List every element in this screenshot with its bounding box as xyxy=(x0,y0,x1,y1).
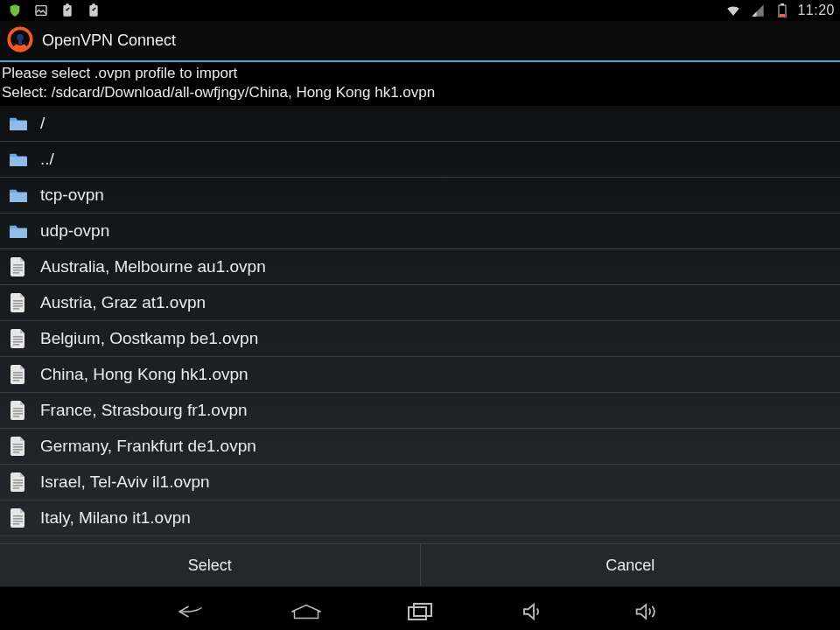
file-icon xyxy=(9,293,28,312)
svg-rect-44 xyxy=(414,604,431,616)
svg-rect-13 xyxy=(13,305,23,307)
status-bar: 11:20 xyxy=(0,0,840,21)
folder-icon xyxy=(9,221,28,241)
app-title: OpenVPN Connect xyxy=(42,32,176,50)
list-item[interactable]: Netherlands, Amsterdam nl1.ovpn xyxy=(0,536,840,543)
file-name-label: Israel, Tel-Aviv il1.ovpn xyxy=(40,472,210,492)
svg-rect-35 xyxy=(13,515,23,517)
file-browser[interactable]: /../tcp-ovpnudp-ovpnAustralia, Melbourne… xyxy=(0,106,840,543)
svg-rect-8 xyxy=(13,267,23,269)
clipboard-check-icon xyxy=(58,1,77,20)
signal-icon xyxy=(748,1,767,20)
file-name-label: Austria, Graz at1.ovpn xyxy=(40,293,206,312)
navigation-bar xyxy=(0,586,840,630)
instructions: Please select .ovpn profile to import Se… xyxy=(0,62,840,106)
status-right: 11:20 xyxy=(724,1,835,20)
svg-rect-14 xyxy=(13,308,19,310)
file-name-label: Belgium, Oostkamp be1.ovpn xyxy=(40,329,258,348)
file-name-label: udp-ovpn xyxy=(40,221,109,241)
svg-rect-27 xyxy=(13,444,23,445)
svg-rect-3 xyxy=(780,14,785,17)
svg-rect-22 xyxy=(13,380,19,382)
svg-rect-38 xyxy=(13,523,19,525)
back-button[interactable] xyxy=(175,599,210,624)
folder-icon xyxy=(9,186,28,205)
volume-down-button[interactable] xyxy=(516,599,551,624)
list-item[interactable]: China, Hong Kong hk1.ovpn xyxy=(0,357,840,393)
action-bar: Select Cancel xyxy=(0,543,840,586)
file-icon xyxy=(9,365,28,384)
list-item[interactable]: Austria, Graz at1.ovpn xyxy=(0,285,840,321)
list-item[interactable]: Italy, Milano it1.ovpn xyxy=(0,500,840,536)
file-icon xyxy=(9,257,28,276)
svg-rect-33 xyxy=(13,485,23,486)
clipboard-check-icon xyxy=(84,1,103,20)
status-left xyxy=(5,1,103,20)
cancel-button[interactable]: Cancel xyxy=(421,544,841,586)
list-item[interactable]: ../ xyxy=(0,142,840,178)
status-clock: 11:20 xyxy=(797,3,835,18)
file-icon xyxy=(9,472,28,492)
svg-rect-43 xyxy=(409,607,426,620)
list-item[interactable]: Israel, Tel-Aviv il1.ovpn xyxy=(0,465,840,500)
svg-rect-36 xyxy=(13,518,23,520)
volume-up-button[interactable] xyxy=(630,599,665,624)
cancel-label: Cancel xyxy=(606,556,654,575)
svg-rect-26 xyxy=(13,416,19,417)
svg-rect-18 xyxy=(13,344,19,346)
svg-rect-34 xyxy=(13,487,19,489)
home-button[interactable] xyxy=(289,599,324,624)
file-icon xyxy=(9,329,28,348)
list-item[interactable]: udp-ovpn xyxy=(0,214,840,249)
list-item[interactable]: tcp-ovpn xyxy=(0,178,840,214)
instruction-line-2: Select: /sdcard/Download/all-owfjngy/Chi… xyxy=(2,83,838,102)
list-item[interactable]: / xyxy=(0,106,840,142)
svg-rect-6 xyxy=(18,38,22,45)
file-name-label: ../ xyxy=(40,150,54,169)
folder-icon xyxy=(9,114,28,133)
svg-rect-25 xyxy=(13,413,23,415)
svg-rect-21 xyxy=(13,377,23,379)
svg-rect-16 xyxy=(13,339,23,340)
list-item[interactable]: Australia, Melbourne au1.ovpn xyxy=(0,249,840,285)
svg-rect-20 xyxy=(13,374,23,376)
wifi-icon xyxy=(724,1,743,20)
list-item[interactable]: Belgium, Oostkamp be1.ovpn xyxy=(0,321,840,357)
svg-rect-28 xyxy=(13,446,23,448)
svg-rect-24 xyxy=(13,410,23,412)
svg-rect-15 xyxy=(13,336,23,338)
list-item[interactable]: Germany, Frankfurt de1.ovpn xyxy=(0,429,840,465)
instruction-line-1: Please select .ovpn profile to import xyxy=(2,64,838,83)
file-name-label: Italy, Milano it1.ovpn xyxy=(40,508,191,528)
svg-rect-17 xyxy=(13,341,23,343)
svg-rect-12 xyxy=(13,303,23,304)
svg-rect-30 xyxy=(13,452,19,453)
list-item[interactable]: France, Strasbourg fr1.ovpn xyxy=(0,393,840,429)
battery-low-icon xyxy=(773,1,792,20)
svg-rect-7 xyxy=(13,264,23,266)
svg-rect-23 xyxy=(13,408,23,410)
svg-rect-29 xyxy=(13,449,23,451)
svg-rect-37 xyxy=(13,521,23,522)
file-name-label: Australia, Melbourne au1.ovpn xyxy=(40,257,266,276)
shield-icon xyxy=(5,1,24,20)
file-name-label: France, Strasbourg fr1.ovpn xyxy=(40,401,248,420)
file-name-label: China, Hong Kong hk1.ovpn xyxy=(40,365,248,384)
svg-rect-19 xyxy=(13,372,23,374)
select-button[interactable]: Select xyxy=(0,544,421,586)
file-icon xyxy=(9,437,28,456)
file-name-label: / xyxy=(40,114,45,133)
file-name-label: Germany, Frankfurt de1.ovpn xyxy=(40,437,256,456)
file-icon xyxy=(9,508,28,528)
app-header: OpenVPN Connect xyxy=(0,21,840,62)
svg-rect-9 xyxy=(13,270,23,271)
svg-rect-10 xyxy=(13,272,19,274)
svg-rect-32 xyxy=(13,482,23,484)
svg-rect-31 xyxy=(13,480,23,481)
folder-icon xyxy=(9,150,28,169)
file-list: /../tcp-ovpnudp-ovpnAustralia, Melbourne… xyxy=(0,106,840,543)
recent-apps-button[interactable] xyxy=(402,599,438,624)
openvpn-logo-icon xyxy=(7,26,33,56)
file-name-label: tcp-ovpn xyxy=(40,186,104,205)
select-label: Select xyxy=(188,556,232,575)
